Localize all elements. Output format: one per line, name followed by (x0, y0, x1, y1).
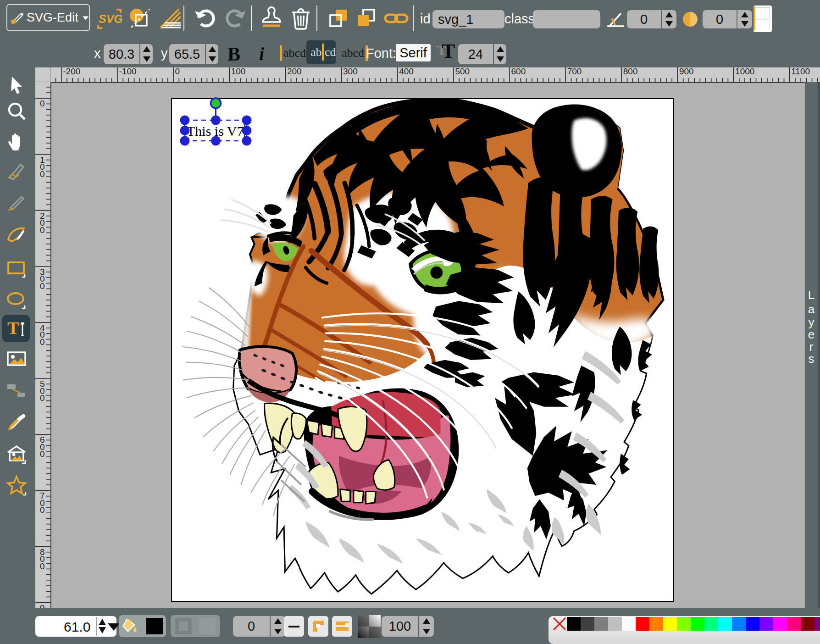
svg-text:0: 0 (40, 393, 45, 403)
svg-text:0: 0 (40, 99, 45, 108)
svg-text:800: 800 (623, 67, 638, 76)
svg-text:200: 200 (287, 67, 302, 76)
svg-text:0: 0 (40, 561, 45, 571)
svg-text:0: 0 (40, 281, 45, 291)
svg-text:300: 300 (343, 67, 358, 76)
svg-text:0: 0 (40, 225, 45, 235)
svg-text:-100: -100 (119, 67, 137, 76)
svg-text:T: T (7, 318, 19, 338)
svg-text:900: 900 (679, 67, 694, 76)
svg-text:400: 400 (399, 67, 414, 76)
svg-text:1000: 1000 (735, 67, 754, 76)
svg-text:0: 0 (40, 505, 45, 515)
svg-text:-200: -200 (63, 67, 80, 76)
svg-text:500: 500 (455, 67, 470, 76)
svg-text:9: 9 (40, 603, 45, 608)
svg-text:SVG: SVG (99, 12, 122, 25)
svg-text:0: 0 (175, 67, 180, 76)
svg-text:0: 0 (40, 337, 45, 347)
svg-text:600: 600 (511, 67, 526, 76)
svg-text:100: 100 (231, 67, 246, 76)
svg-text:0: 0 (40, 169, 45, 179)
svg-text:1100: 1100 (791, 67, 810, 76)
svg-text:0: 0 (40, 449, 45, 459)
svg-text:700: 700 (567, 67, 582, 76)
